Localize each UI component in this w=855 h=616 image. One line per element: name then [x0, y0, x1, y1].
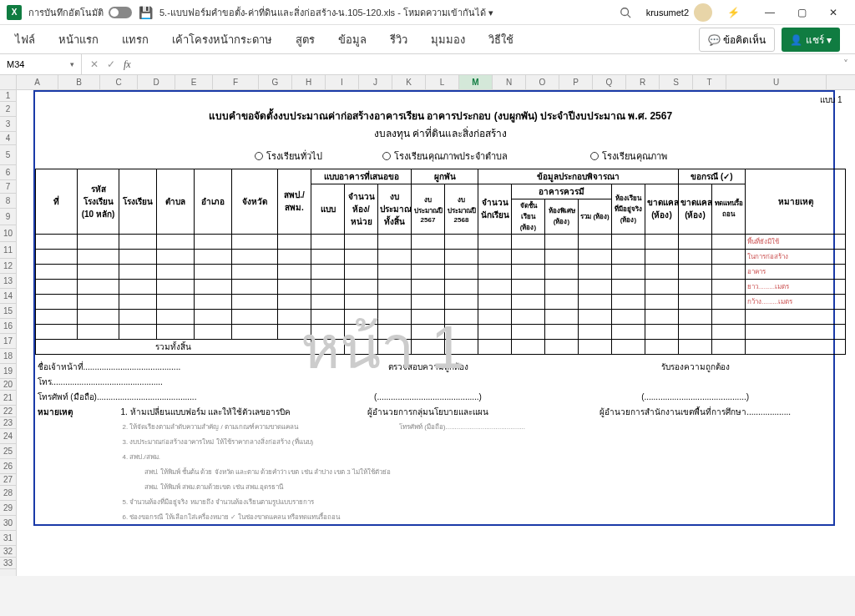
row-header-27[interactable]: 27	[0, 474, 16, 486]
col-header-E[interactable]: E	[175, 75, 213, 89]
tab-layout[interactable]: เค้าโครงหน้ากระดาษ	[172, 26, 272, 53]
col-header-A[interactable]: A	[17, 75, 58, 89]
autosave-toggle[interactable]	[109, 7, 132, 18]
row-header-25[interactable]: 25	[0, 444, 16, 459]
col-header-O[interactable]: O	[526, 75, 559, 89]
row-header-26[interactable]: 26	[0, 459, 16, 474]
minimize-button[interactable]: —	[755, 2, 785, 23]
tab-home[interactable]: หน้าแรก	[58, 26, 99, 53]
formula-confirm-icon[interactable]: ✓	[107, 58, 115, 70]
row-header-14[interactable]: 14	[0, 289, 16, 304]
form-table: แบบ 1 แบบคำขอจัดตั้งงบประมาณค่าก่อสร้างอ…	[35, 92, 846, 524]
ribbon-display-icon[interactable]: ⚡	[727, 7, 740, 18]
row-header-33[interactable]: 33	[0, 558, 16, 569]
row-header-1[interactable]: 1	[0, 90, 16, 102]
tab-file[interactable]: ไฟล์	[15, 26, 35, 53]
row-header-28[interactable]: 28	[0, 486, 16, 501]
col-header-K[interactable]: K	[392, 75, 426, 89]
tab-insert[interactable]: แทรก	[122, 26, 149, 53]
row-header-13[interactable]: 13	[0, 274, 16, 289]
col-header-F[interactable]: F	[213, 75, 259, 89]
row-header-6[interactable]: 6	[0, 165, 16, 180]
share-button[interactable]: 👤 แชร์ ▾	[782, 28, 840, 52]
col-header-J[interactable]: J	[359, 75, 392, 89]
row-header-23[interactable]: 23	[0, 417, 16, 429]
col-header-P[interactable]: P	[559, 75, 593, 89]
th-code: รหัสโรงเรียน (10 หลัก)	[78, 169, 119, 234]
row-header-11[interactable]: 11	[0, 242, 16, 259]
file-name[interactable]: 5.-แบบฟอร์มคำขอตั้ง-ค่าที่ดินและสิ่งก่อส…	[159, 5, 613, 20]
radio-general[interactable]: โรงเรียนทั่วไป	[255, 149, 322, 164]
tab-help[interactable]: วิธีใช้	[488, 26, 514, 53]
row-header-18[interactable]: 18	[0, 349, 16, 364]
row-header-31[interactable]: 31	[0, 531, 16, 546]
col-header-S[interactable]: S	[660, 75, 693, 89]
col-header-T[interactable]: T	[693, 75, 726, 89]
search-icon[interactable]	[620, 7, 631, 18]
formula-expand-icon[interactable]: ˅	[837, 58, 855, 70]
row-header-32[interactable]: 32	[0, 546, 16, 558]
filename-dropdown-icon[interactable]: ▾	[488, 8, 493, 18]
user-account[interactable]: krusumet2	[646, 3, 712, 22]
th-classroom: จัดชั้นเรียน (ห้อง)	[512, 199, 545, 234]
th-proposed: แบบอาคารที่เสนอขอ	[311, 169, 412, 184]
formula-cancel-icon[interactable]: ✕	[90, 58, 99, 70]
col-header-C[interactable]: C	[100, 75, 138, 89]
row-header-9[interactable]: 9	[0, 209, 16, 225]
row-header-16[interactable]: 16	[0, 319, 16, 334]
th-y1: งบประมาณปี 2567	[412, 184, 445, 234]
col-header-B[interactable]: B	[58, 75, 100, 89]
row-header-24[interactable]: 24	[0, 429, 16, 444]
th-building-should: อาคารควรมี	[512, 184, 612, 199]
form-title-2: งบลงทุน ค่าที่ดินและสิ่งก่อสร้าง	[36, 124, 846, 142]
row-header-10[interactable]: 10	[0, 225, 16, 242]
maximize-button[interactable]: ▢	[787, 2, 817, 23]
row-header-8[interactable]: 8	[0, 194, 16, 209]
row-header-4[interactable]: 4	[0, 132, 16, 145]
row-header-5[interactable]: 5	[0, 145, 16, 165]
row-header-21[interactable]: 21	[0, 391, 16, 406]
col-header-M[interactable]: M	[459, 75, 493, 89]
col-header-U[interactable]: U	[726, 75, 827, 89]
name-box-dropdown-icon[interactable]: ▾	[70, 60, 74, 68]
row-header-3[interactable]: 3	[0, 117, 16, 132]
note-6: 6. ช่องขอกรณี ให้เลือกใส่เครื่องหมาย ✓ ใ…	[119, 509, 846, 524]
col-header-D[interactable]: D	[138, 75, 175, 89]
row-header-20[interactable]: 20	[0, 379, 16, 391]
save-icon[interactable]: 💾	[139, 6, 153, 19]
tab-view[interactable]: มุมมอง	[431, 26, 465, 53]
col-header-G[interactable]: G	[259, 75, 292, 89]
row-header-29[interactable]: 29	[0, 501, 16, 516]
th-consideration: ข้อมูลประกอบพิจารณา	[478, 169, 679, 184]
select-all-triangle[interactable]	[0, 75, 17, 90]
radio-icon	[590, 152, 599, 160]
row-header-22[interactable]: 22	[0, 406, 16, 417]
note-2: 2. ให้จัดเรียงตามลำดับความสำคัญ / ตามเกณ…	[119, 419, 345, 434]
formula-input[interactable]	[139, 54, 837, 74]
name-box[interactable]: M34 ▾	[0, 54, 82, 74]
col-header-N[interactable]: N	[493, 75, 526, 89]
col-header-R[interactable]: R	[626, 75, 660, 89]
radio-quality-subdistrict[interactable]: โรงเรียนคุณภาพประจำตำบล	[382, 149, 508, 164]
row-header-19[interactable]: 19	[0, 364, 16, 379]
tab-review[interactable]: รีวิว	[390, 26, 407, 53]
tab-formulas[interactable]: สูตร	[296, 26, 315, 53]
sign2: (.......................................…	[545, 389, 846, 404]
col-header-Q[interactable]: Q	[593, 75, 626, 89]
spreadsheet-grid[interactable]: ABCDEFGHIJKLMNOPQRSTU 123456789101112131…	[0, 75, 855, 576]
row-header-2[interactable]: 2	[0, 102, 16, 117]
close-button[interactable]: ✕	[818, 2, 848, 23]
col-header-I[interactable]: I	[326, 75, 359, 89]
row-header-12[interactable]: 12	[0, 259, 16, 274]
row-header-15[interactable]: 15	[0, 304, 16, 319]
comments-button[interactable]: 💬 ข้อคิดเห็น	[699, 28, 775, 52]
row-header-7[interactable]: 7	[0, 180, 16, 194]
row-header-30[interactable]: 30	[0, 516, 16, 531]
fx-icon[interactable]: fx	[124, 58, 131, 71]
row-header-17[interactable]: 17	[0, 334, 16, 349]
side-note: อาคาร	[746, 264, 846, 279]
radio-quality[interactable]: โรงเรียนคุณภาพ	[590, 149, 667, 164]
col-header-L[interactable]: L	[426, 75, 459, 89]
col-header-H[interactable]: H	[292, 75, 326, 89]
tab-data[interactable]: ข้อมูล	[338, 26, 367, 53]
